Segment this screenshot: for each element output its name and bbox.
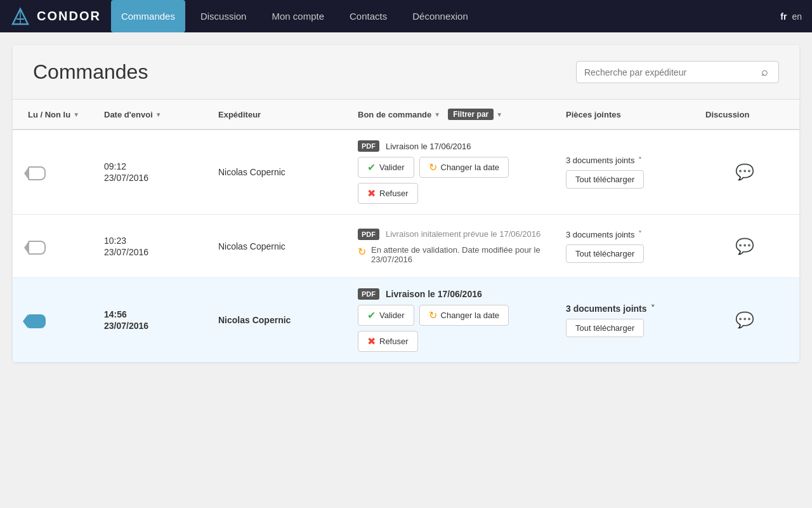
sort-arrow-date: ▼ xyxy=(155,111,162,118)
cell-date-3: 14:56 23/07/2016 xyxy=(99,299,213,341)
time-2: 10:23 xyxy=(104,236,126,246)
sort-arrow-bon: ▼ xyxy=(434,111,440,118)
lang-fr[interactable]: fr xyxy=(780,11,787,22)
lang-en[interactable]: en xyxy=(792,11,802,22)
refuse-btn-3[interactable]: ✖ Refuser xyxy=(358,331,418,352)
col-expediteur: Expéditeur xyxy=(213,100,353,129)
filter-btn[interactable]: Filtrer par xyxy=(448,109,494,120)
table-row: 14:56 23/07/2016 Nicolas Copernic PDF Li… xyxy=(13,278,799,362)
attachments-count-2: 3 documents joints xyxy=(566,230,634,239)
chevron-3: ˅ xyxy=(651,304,655,313)
cell-sender-1: Nicolas Copernic xyxy=(213,157,353,187)
chat-icon-1[interactable]: 💬 xyxy=(735,163,754,181)
table-row: 09:12 23/07/2016 Nicolas Copernic PDF Li… xyxy=(13,130,799,215)
chevron-1: ˅ xyxy=(638,156,642,165)
cell-order-1: PDF Livraison le 17/06/2016 ✔ Valider ↻ … xyxy=(353,130,561,214)
check-icon-1: ✔ xyxy=(367,161,376,173)
x-icon-3: ✖ xyxy=(367,335,376,347)
table-header: Lu / Non lu ▼ Date d'envoi ▼ Expéditeur … xyxy=(13,100,799,130)
cell-attachments-1: 3 documents joints ˅ Tout télécharger xyxy=(561,145,700,199)
cell-order-2: PDF Livraison initalement prévue le 17/0… xyxy=(353,218,561,274)
x-icon-1: ✖ xyxy=(367,187,376,199)
attachments-toggle-2[interactable]: 3 documents joints ˅ xyxy=(566,230,642,239)
cell-sender-2: Nicolas Copernic xyxy=(213,231,353,262)
col-date-envoi[interactable]: Date d'envoi ▼ xyxy=(99,100,213,129)
download-btn-3[interactable]: Tout télécharger xyxy=(566,319,644,337)
col-lu-non-lu[interactable]: Lu / Non lu ▼ xyxy=(23,100,99,129)
pending-status-2: ↻ En attente de validation. Date modifié… xyxy=(358,245,556,264)
tag-unread-1[interactable] xyxy=(28,166,46,180)
col-discussion: Discussion xyxy=(700,100,789,129)
attachments-toggle-3[interactable]: 3 documents joints ˅ xyxy=(566,304,655,314)
attachments-count-3: 3 documents joints xyxy=(566,304,647,314)
search-box: ⌕ xyxy=(576,61,779,83)
delivery-3: Livraison le 17/06/2016 xyxy=(386,289,482,299)
page-title: Commandes xyxy=(33,60,148,84)
pdf-badge-3[interactable]: PDF xyxy=(358,288,379,300)
content-card: Commandes ⌕ Lu / Non lu ▼ Date d'envoi ▼… xyxy=(13,45,799,362)
cell-attachments-2: 3 documents joints ˅ Tout télécharger xyxy=(561,220,700,273)
brand-icon xyxy=(10,6,30,27)
pending-text-2: En attente de validation. Date modifiée … xyxy=(371,245,556,264)
brand-name: CONDOR xyxy=(37,9,101,23)
cell-order-3: PDF Livraison le 17/06/2016 ✔ Valider ↻ … xyxy=(353,278,561,362)
tag-unread-2[interactable] xyxy=(28,241,46,255)
refuse-buttons-3: ✖ Refuser xyxy=(358,331,418,352)
refresh-icon-1: ↻ xyxy=(429,161,437,173)
cell-date-1: 09:12 23/07/2016 xyxy=(99,151,213,193)
date-2: 23/07/2016 xyxy=(104,247,148,257)
change-date-btn-1[interactable]: ↻ Changer la date xyxy=(419,157,509,178)
page-header: Commandes ⌕ xyxy=(13,45,799,100)
attachments-count-1: 3 documents joints xyxy=(566,156,634,165)
date-1: 23/07/2016 xyxy=(104,173,148,183)
pdf-badge-2[interactable]: PDF xyxy=(358,229,379,240)
time-3: 14:56 xyxy=(104,309,127,319)
nav-discussion[interactable]: Discussion xyxy=(190,0,257,32)
brand: CONDOR xyxy=(10,6,101,27)
sort-arrow-lu: ▼ xyxy=(73,111,79,118)
cell-attachments-3: 3 documents joints ˅ Tout télécharger xyxy=(561,293,700,347)
refuse-buttons-1: ✖ Refuser xyxy=(358,183,418,204)
nav-mon-compte[interactable]: Mon compte xyxy=(261,0,334,32)
filter-arrow: ▼ xyxy=(496,111,502,118)
delivery-2: Livraison initalement prévue le 17/06/20… xyxy=(386,229,540,239)
delivery-1: Livraison le 17/06/2016 xyxy=(386,142,471,151)
attachments-toggle-1[interactable]: 3 documents joints ˅ xyxy=(566,156,642,165)
page-wrapper: Commandes ⌕ Lu / Non lu ▼ Date d'envoi ▼… xyxy=(0,32,812,508)
search-input[interactable] xyxy=(584,67,759,77)
pdf-badge-1[interactable]: PDF xyxy=(358,140,379,152)
col-pieces-jointes: Pièces jointes xyxy=(561,100,700,129)
change-date-btn-3[interactable]: ↻ Changer la date xyxy=(419,305,509,326)
check-icon-3: ✔ xyxy=(367,309,376,321)
lang-switcher: fr en xyxy=(780,11,802,22)
search-button[interactable]: ⌕ xyxy=(759,65,771,79)
cell-date-2: 10:23 23/07/2016 xyxy=(99,225,213,267)
download-btn-1[interactable]: Tout télécharger xyxy=(566,170,644,189)
table-row: 10:23 23/07/2016 Nicolas Copernic PDF Li… xyxy=(13,215,799,278)
nav-deconnexion[interactable]: Déconnexion xyxy=(402,0,478,32)
nav-commandes[interactable]: Commandes xyxy=(111,0,185,32)
download-btn-2[interactable]: Tout télécharger xyxy=(566,244,644,263)
chat-icon-2[interactable]: 💬 xyxy=(735,237,754,255)
cell-discussion-2: 💬 xyxy=(700,227,789,265)
validate-btn-3[interactable]: ✔ Valider xyxy=(358,305,414,326)
validate-btn-1[interactable]: ✔ Valider xyxy=(358,157,414,178)
cell-sender-3: Nicolas Copernic xyxy=(213,305,353,335)
nav-contacts[interactable]: Contacts xyxy=(339,0,397,32)
cell-tag-1 xyxy=(23,154,99,190)
refresh-icon-3: ↻ xyxy=(429,309,437,321)
navbar: CONDOR Commandes Discussion Mon compte C… xyxy=(0,0,812,32)
cell-discussion-1: 💬 xyxy=(700,153,789,191)
date-3: 23/07/2016 xyxy=(104,321,148,331)
cell-tag-3 xyxy=(23,302,99,338)
chevron-2: ˅ xyxy=(638,230,642,239)
refuse-btn-1[interactable]: ✖ Refuser xyxy=(358,183,418,204)
cell-discussion-3: 💬 xyxy=(700,301,789,339)
order-buttons-1: ✔ Valider ↻ Changer la date xyxy=(358,157,509,178)
cell-tag-2 xyxy=(23,228,99,265)
chat-icon-3[interactable]: 💬 xyxy=(735,311,754,329)
col-bon-commande[interactable]: Bon de commande ▼ Filtrer par ▼ xyxy=(353,100,561,129)
time-1: 09:12 xyxy=(104,161,126,171)
pending-icon-2: ↻ xyxy=(358,246,366,258)
tag-read-3[interactable] xyxy=(28,314,46,328)
